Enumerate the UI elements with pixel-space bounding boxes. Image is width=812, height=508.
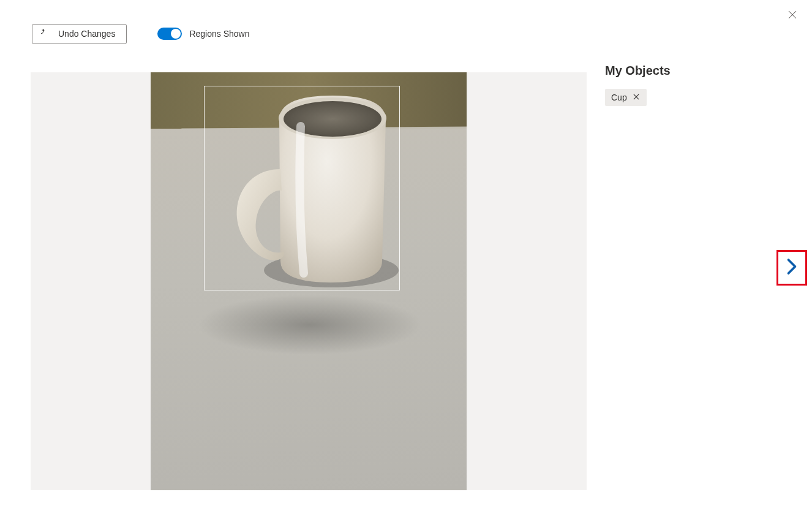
- chevron-right-icon: [785, 257, 799, 278]
- region-bounding-box[interactable]: [204, 86, 400, 290]
- next-image-button[interactable]: [776, 250, 807, 286]
- close-button[interactable]: [784, 7, 801, 25]
- undo-changes-button[interactable]: Undo Changes: [32, 24, 127, 44]
- undo-changes-label: Undo Changes: [58, 29, 115, 39]
- object-tag-label: Cup: [611, 93, 627, 102]
- object-tag[interactable]: Cup: [605, 89, 647, 106]
- toggle-knob: [171, 29, 181, 39]
- training-image[interactable]: [151, 72, 467, 490]
- objects-panel-title: My Objects: [605, 64, 764, 78]
- image-canvas-area: [31, 72, 587, 490]
- regions-shown-toggle[interactable]: [157, 28, 182, 40]
- regions-toggle-group: Regions Shown: [157, 28, 249, 40]
- undo-icon: [41, 29, 51, 39]
- close-icon: [787, 9, 798, 23]
- close-icon: [632, 93, 641, 103]
- remove-tag-button[interactable]: [632, 93, 641, 102]
- regions-shown-label: Regions Shown: [189, 29, 249, 39]
- objects-panel: My Objects Cup: [605, 64, 764, 106]
- toolbar: Undo Changes Regions Shown: [32, 23, 249, 44]
